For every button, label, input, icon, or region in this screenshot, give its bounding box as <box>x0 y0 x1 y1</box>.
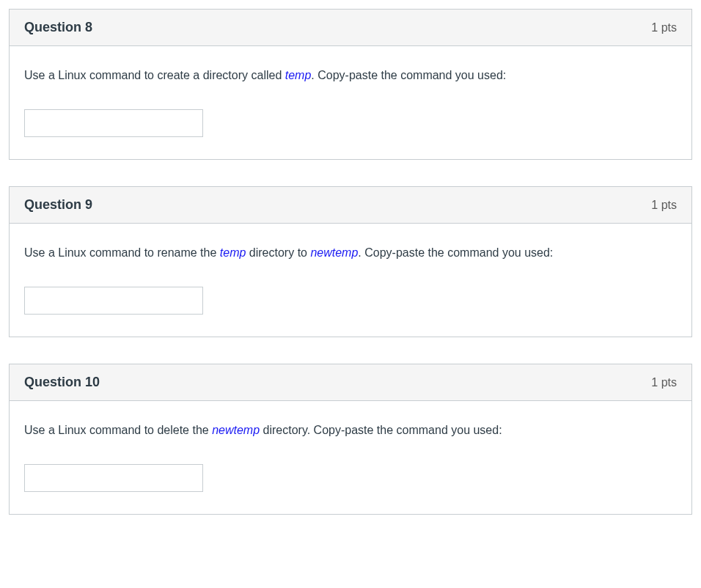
prompt-text: directory. Copy-paste the command you us… <box>260 424 502 436</box>
prompt-em: temp <box>220 246 246 259</box>
prompt-em: newtemp <box>212 424 260 436</box>
question-title: Question 8 <box>24 20 92 35</box>
question-prompt: Use a Linux command to rename the temp d… <box>24 244 677 262</box>
prompt-em: newtemp <box>310 246 358 259</box>
question-header: Question 9 1 pts <box>10 187 691 224</box>
answer-input[interactable] <box>24 287 203 315</box>
prompt-text: Use a Linux command to rename the <box>24 246 220 259</box>
answer-input[interactable] <box>24 464 203 492</box>
question-title: Question 9 <box>24 197 92 213</box>
prompt-text: . Copy-paste the command you used: <box>358 246 553 259</box>
question-prompt: Use a Linux command to create a director… <box>24 67 677 84</box>
question-points: 1 pts <box>651 199 677 212</box>
question-body: Use a Linux command to delete the newtem… <box>10 401 691 514</box>
question-body: Use a Linux command to create a director… <box>10 46 691 159</box>
prompt-text: Use a Linux command to delete the <box>24 424 212 436</box>
question-header: Question 10 1 pts <box>10 364 691 401</box>
question-card: Question 10 1 pts Use a Linux command to… <box>9 364 692 515</box>
question-header: Question 8 1 pts <box>10 10 691 46</box>
prompt-text: Use a Linux command to create a director… <box>24 69 285 81</box>
question-points: 1 pts <box>651 21 677 34</box>
question-card: Question 8 1 pts Use a Linux command to … <box>9 9 692 160</box>
question-card: Question 9 1 pts Use a Linux command to … <box>9 186 692 337</box>
prompt-text: . Copy-paste the command you used: <box>311 69 506 81</box>
prompt-text: directory to <box>246 246 310 259</box>
answer-input[interactable] <box>24 109 203 137</box>
question-body: Use a Linux command to rename the temp d… <box>10 224 691 337</box>
question-title: Question 10 <box>24 375 100 390</box>
question-prompt: Use a Linux command to delete the newtem… <box>24 422 677 439</box>
prompt-em: temp <box>285 69 312 81</box>
question-points: 1 pts <box>651 376 677 389</box>
